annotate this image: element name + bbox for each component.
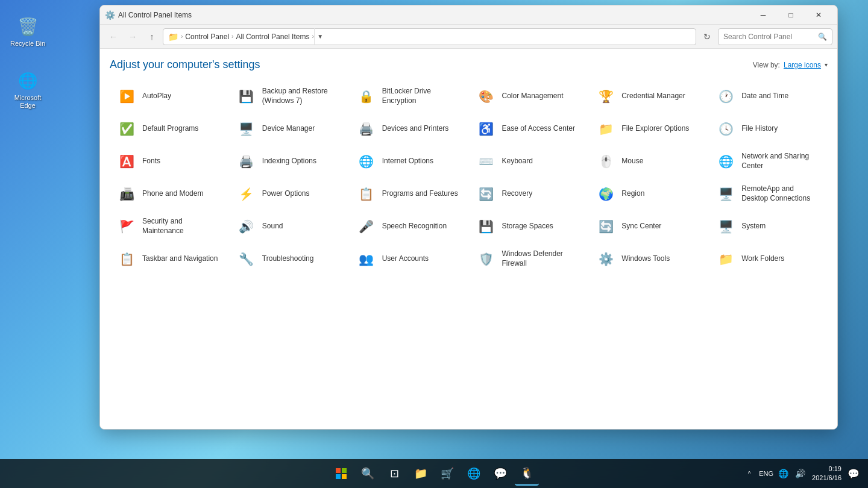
panel-item-windows-tools[interactable]: ⚙️ Windows Tools: [589, 243, 708, 275]
desktop-icon-recycle-bin[interactable]: 🗑️ Recycle Bin: [6, 12, 49, 50]
taskbar-mail-button[interactable]: 🐧: [515, 461, 539, 486]
ease-of-access-label: Ease of Access Center: [502, 124, 574, 134]
window-title: All Control Panel Items: [118, 11, 749, 19]
tray-network-icon[interactable]: 🌐: [776, 466, 790, 481]
panel-item-network-sharing[interactable]: 🌐 Network and Sharing Center: [709, 146, 828, 177]
tray-chevron[interactable]: ^: [742, 466, 756, 481]
panel-item-file-history[interactable]: 🕓 File History: [709, 113, 828, 145]
tray-keyboard-icon[interactable]: ENG: [759, 466, 773, 481]
phone-modem-icon: 📠: [117, 184, 136, 204]
panel-item-indexing-options[interactable]: 🖨️ Indexing Options: [230, 146, 348, 177]
search-input[interactable]: [723, 33, 816, 41]
devices-printers-label: Devices and Printers: [382, 124, 449, 134]
search-box: 🔍: [718, 28, 832, 45]
panel-item-internet-options[interactable]: 🌐 Internet Options: [350, 146, 468, 177]
content-area: Adjust your computer's settings View by:…: [100, 49, 837, 429]
work-folders-icon: 📁: [716, 249, 735, 269]
taskbar-taskview-button[interactable]: ⊡: [382, 461, 406, 486]
panel-item-security-maintenance[interactable]: 🚩 Security and Maintenance: [110, 211, 228, 242]
panel-item-device-manager[interactable]: 🖥️ Device Manager: [230, 113, 348, 145]
panel-item-backup-restore[interactable]: 💾 Backup and Restore (Windows 7): [230, 81, 348, 112]
panel-item-fonts[interactable]: 🅰️ Fonts: [110, 146, 228, 177]
panel-item-color-management[interactable]: 🎨 Color Management: [469, 81, 588, 112]
region-label: Region: [621, 189, 644, 199]
up-button[interactable]: ↑: [143, 28, 160, 45]
tray-notification-icon[interactable]: 💬: [846, 466, 861, 481]
color-management-icon: 🎨: [476, 87, 495, 106]
desktop-icon-edge[interactable]: 🌐 Microsoft Edge: [6, 66, 49, 112]
panel-item-remoteapp[interactable]: 🖥️ RemoteApp and Desktop Connections: [709, 178, 828, 210]
region-icon: 🌍: [596, 184, 615, 204]
panel-item-windows-defender[interactable]: 🛡️ Windows Defender Firewall: [469, 243, 588, 275]
default-programs-label: Default Programs: [142, 124, 198, 134]
tray-sound-icon[interactable]: 🔊: [793, 466, 807, 481]
panel-item-devices-printers[interactable]: 🖨️ Devices and Printers: [350, 113, 468, 145]
refresh-button[interactable]: ↻: [699, 28, 715, 45]
panel-item-autoplay[interactable]: ▶️ AutoPlay: [110, 81, 228, 112]
panel-item-recovery[interactable]: 🔄 Recovery: [469, 178, 588, 210]
bitlocker-icon: 🔒: [357, 87, 376, 106]
panel-item-phone-modem[interactable]: 📠 Phone and Modem: [110, 178, 228, 210]
sound-label: Sound: [262, 222, 283, 231]
panel-item-power-options[interactable]: ⚡ Power Options: [230, 178, 348, 210]
panel-item-speech-recognition[interactable]: 🎤 Speech Recognition: [350, 211, 468, 242]
panel-item-storage-spaces[interactable]: 💾 Storage Spaces: [469, 211, 588, 242]
panel-item-taskbar-navigation[interactable]: 📋 Taskbar and Navigation: [110, 243, 228, 275]
keyboard-label: Keyboard: [502, 157, 532, 166]
svg-rect-2: [336, 474, 341, 479]
panel-item-system[interactable]: 🖥️ System: [709, 211, 828, 242]
breadcrumb-all-items[interactable]: All Control Panel Items: [236, 33, 309, 41]
breadcrumb: 📁 › Control Panel › All Control Panel It…: [168, 32, 314, 42]
start-button[interactable]: [329, 461, 353, 486]
troubleshooting-icon: 🔧: [237, 249, 256, 269]
panel-item-sync-center[interactable]: 🔄 Sync Center: [589, 211, 708, 242]
control-panel-window: ⚙️ All Control Panel Items ─ □ ✕ ← → ↑ 📁…: [99, 5, 838, 430]
maximize-button[interactable]: □: [777, 5, 805, 25]
file-explorer-icon: 📁: [596, 119, 615, 139]
taskbar-winstore-button[interactable]: 🛒: [435, 461, 459, 486]
close-button[interactable]: ✕: [805, 5, 832, 25]
troubleshooting-label: Troubleshooting: [262, 254, 314, 264]
taskbar: 🔍 ⊡ 📁 🛒 🌐 💬 🐧 ^ ENG 🌐 🔊 0:19 2021/6/16 💬: [0, 459, 868, 488]
minimize-button[interactable]: ─: [749, 5, 777, 25]
panel-item-sound[interactable]: 🔊 Sound: [230, 211, 348, 242]
ease-of-access-icon: ♿: [476, 119, 495, 139]
address-dropdown[interactable]: ▼: [314, 28, 326, 45]
addressbar: ← → ↑ 📁 › Control Panel › All Control Pa…: [100, 25, 837, 49]
back-button[interactable]: ←: [105, 28, 122, 45]
color-management-label: Color Management: [502, 92, 563, 101]
panel-item-mouse[interactable]: 🖱️ Mouse: [589, 146, 708, 177]
bitlocker-label: BitLocker Drive Encryption: [382, 87, 461, 105]
file-explorer-label: File Explorer Options: [621, 124, 689, 134]
taskbar-messenger-button[interactable]: 💬: [488, 461, 512, 486]
windows-tools-label: Windows Tools: [621, 254, 670, 264]
panel-item-region[interactable]: 🌍 Region: [589, 178, 708, 210]
storage-spaces-label: Storage Spaces: [502, 222, 553, 231]
panel-item-date-time[interactable]: 🕐 Date and Time: [709, 81, 828, 112]
panel-item-programs-features[interactable]: 📋 Programs and Features: [350, 178, 468, 210]
taskbar-search-button[interactable]: 🔍: [356, 461, 380, 486]
view-by-value[interactable]: Large icons: [784, 61, 821, 69]
address-box[interactable]: 📁 › Control Panel › All Control Panel It…: [163, 28, 696, 45]
taskbar-clock[interactable]: 0:19 2021/6/16: [812, 465, 841, 483]
panel-item-default-programs[interactable]: ✅ Default Programs: [110, 113, 228, 145]
panel-item-credential-manager[interactable]: 🏆 Credential Manager: [589, 81, 708, 112]
panel-item-keyboard[interactable]: ⌨️ Keyboard: [469, 146, 588, 177]
panel-item-file-explorer[interactable]: 📁 File Explorer Options: [589, 113, 708, 145]
programs-features-label: Programs and Features: [382, 189, 458, 199]
taskbar-edge-button[interactable]: 🌐: [462, 461, 486, 486]
breadcrumb-control-panel[interactable]: Control Panel: [185, 33, 229, 41]
taskbar-explorer-button[interactable]: 📁: [409, 461, 433, 486]
panel-item-user-accounts[interactable]: 👥 User Accounts: [350, 243, 468, 275]
forward-button[interactable]: →: [124, 28, 141, 45]
panel-item-troubleshooting[interactable]: 🔧 Troubleshooting: [230, 243, 348, 275]
speech-recognition-icon: 🎤: [357, 217, 376, 236]
view-by-dropdown-icon[interactable]: ▾: [825, 61, 828, 68]
network-sharing-icon: 🌐: [716, 152, 735, 171]
programs-features-icon: 📋: [357, 184, 376, 204]
panel-item-ease-of-access[interactable]: ♿ Ease of Access Center: [469, 113, 588, 145]
panel-item-work-folders[interactable]: 📁 Work Folders: [709, 243, 828, 275]
autoplay-label: AutoPlay: [142, 92, 171, 101]
panel-item-bitlocker[interactable]: 🔒 BitLocker Drive Encryption: [350, 81, 468, 112]
sync-center-label: Sync Center: [621, 222, 661, 231]
